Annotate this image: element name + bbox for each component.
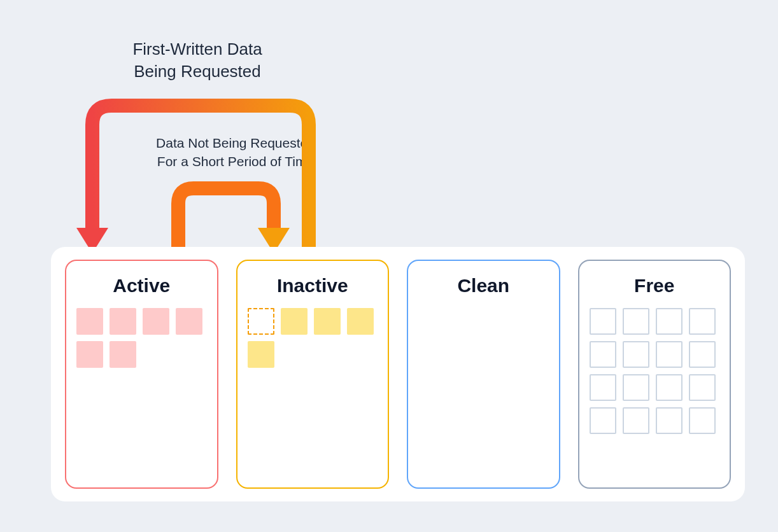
memory-page <box>314 308 341 335</box>
memory-page <box>76 308 103 335</box>
label-not-requested-line2: For a Short Period of Time <box>157 154 314 169</box>
memory-page-free <box>689 374 716 401</box>
memory-page-transitioning <box>248 308 274 335</box>
bucket-inactive-grid <box>248 308 378 368</box>
memory-page-free <box>656 407 683 434</box>
memory-page <box>347 308 374 335</box>
arrow-active-to-inactive <box>178 188 290 253</box>
memory-page-free <box>590 407 616 434</box>
bucket-active-title: Active <box>76 275 207 297</box>
memory-page-free <box>623 308 649 335</box>
memory-page-free <box>656 308 683 335</box>
memory-page <box>110 308 136 335</box>
memory-page <box>76 341 103 368</box>
label-not-requested-line1: Data Not Being Requested <box>156 136 315 150</box>
memory-page-free <box>689 341 716 368</box>
memory-page-free <box>590 341 616 368</box>
label-first-written-line1: First-Written Data <box>132 39 262 59</box>
memory-page-free <box>623 374 649 401</box>
bucket-active-grid <box>76 308 207 368</box>
memory-page <box>143 308 169 335</box>
memory-page-free <box>590 308 616 335</box>
memory-page-free <box>656 341 683 368</box>
bucket-inactive: Inactive <box>236 260 390 489</box>
bucket-active: Active <box>65 260 218 489</box>
memory-page <box>248 341 274 368</box>
memory-page-free <box>623 407 649 434</box>
label-first-written: First-Written Data Being Requested <box>89 38 306 83</box>
label-not-requested: Data Not Being Requested For a Short Per… <box>140 134 331 171</box>
bucket-free-title: Free <box>590 275 720 297</box>
memory-page-free <box>656 374 683 401</box>
memory-page-free <box>590 374 616 401</box>
bucket-free-grid <box>590 308 720 434</box>
bucket-inactive-title: Inactive <box>248 275 378 297</box>
memory-page-free <box>689 407 716 434</box>
memory-page-free <box>623 341 649 368</box>
memory-states-panel: Active Inactive Clean Free <box>51 247 745 501</box>
memory-page <box>176 308 202 335</box>
memory-page <box>281 308 308 335</box>
memory-page-free <box>689 308 716 335</box>
arrow-inactive-to-active <box>76 106 309 253</box>
bucket-free: Free <box>578 260 732 489</box>
label-first-written-line2: Being Requested <box>134 62 260 81</box>
bucket-clean-title: Clean <box>418 275 549 297</box>
memory-page <box>110 341 136 368</box>
bucket-clean: Clean <box>407 260 560 489</box>
